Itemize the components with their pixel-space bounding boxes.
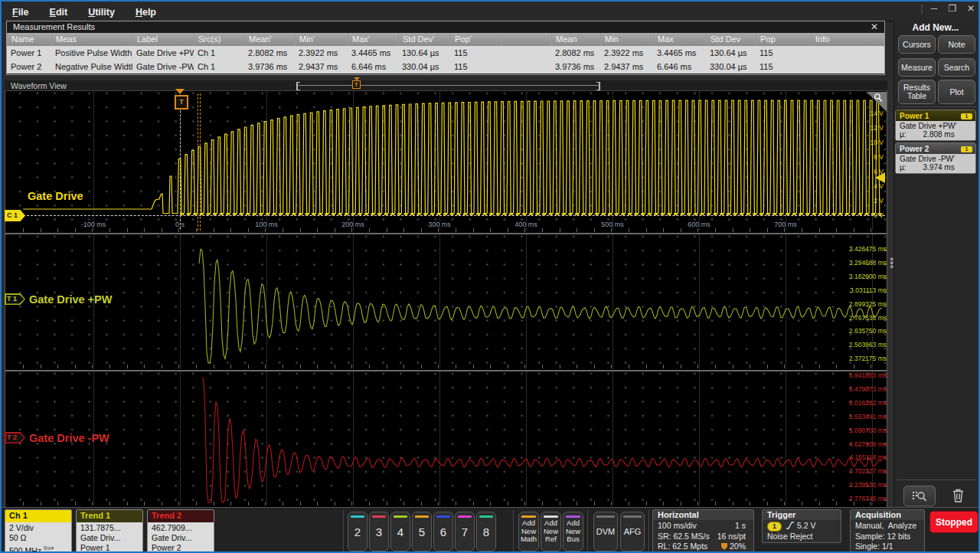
trigger-level-arrow[interactable] [875,172,885,183]
table-cell[interactable]: Ch 1 [194,46,244,60]
table-cell[interactable]: 330.04 µs [706,60,756,74]
measurement-badge-name: Power 2 [900,145,929,153]
table-cell[interactable]: 6.646 ms [653,60,706,74]
trend-badge-body: 131.7875...Gate Driv...Power 1 [77,522,142,553]
table-cell[interactable] [501,60,551,74]
table-cell[interactable]: Gate Drive +PW [132,46,194,60]
table-cell[interactable]: 115 [450,46,501,60]
table-cell[interactable]: 115 [756,60,811,74]
minimize-icon[interactable]: ─ [926,3,942,14]
delete-button[interactable] [949,485,966,506]
trend1-badge[interactable]: Trend 1131.7875...Gate Driv...Power 1 [76,509,143,553]
table-cell[interactable]: Gate Drive -PW [132,60,194,74]
channel-3-button[interactable]: 3 [369,512,389,551]
ch1-badge[interactable]: Ch 12 V/div50 Ω500 MHzBw▾ [5,509,72,553]
channel-8-button[interactable]: 8 [476,512,496,551]
add-new-ref-button[interactable]: Add New Ref [541,512,561,551]
ch1-setting-row: 50 Ω [9,533,71,543]
add-new-measure-button[interactable]: Measure [898,58,936,77]
table-cell[interactable]: 2.3922 ms [295,46,348,60]
table-cell[interactable]: 2.8082 ms [551,46,600,60]
menu-help[interactable]: Help [136,7,156,18]
overview-trigger-icon[interactable]: T [352,80,361,89]
channel-number: 2 [354,525,361,538]
channel-7-button[interactable]: 7 [455,512,475,551]
table-cell[interactable]: 3.4465 ms [348,46,398,60]
channel-color-stripe [394,515,407,518]
table-cell[interactable]: 115 [756,46,811,60]
close-icon[interactable]: ✕ [963,3,978,14]
channel-5-button[interactable]: 5 [412,512,432,551]
table-cell[interactable]: 115 [450,60,501,74]
add-new-search-button[interactable]: Search [938,58,975,77]
table-cell[interactable] [811,46,884,60]
horizontal-record-length: RL: 62.5 Mpts [658,542,707,552]
overview-left-bracket[interactable] [296,82,300,90]
add-button-stripe [521,515,536,518]
add-new-note-button[interactable]: Note [938,35,975,54]
trigger-flag-icon[interactable]: T [175,95,188,110]
table-cell[interactable]: 130.64 µs [706,46,756,60]
measurement-badge-2[interactable]: Power 21Gate Drive -PW'µ:3.974 ms [895,142,976,174]
zoom-reset-icon [912,490,927,502]
channel-6-button[interactable]: 6 [433,512,453,551]
table-cell[interactable]: Ch 1 [194,60,244,74]
trigger-panel[interactable]: Trigger 1 5.2 V Noise Reject [762,509,841,543]
table-cell[interactable]: Power 1 [7,46,51,60]
dvm-button[interactable]: DVM [593,512,618,551]
overview-right-bracket[interactable] [596,82,600,90]
column-header: Std Dev [706,33,756,46]
afg-button[interactable]: AFG [620,512,645,551]
horizontal-overview-bar[interactable] [296,85,599,86]
measurement-badge-1[interactable]: Power 11Gate Drive +PW'µ:2.808 ms [895,110,976,141]
menu-edit[interactable]: Edit [50,7,68,18]
trend2-badge[interactable]: Trend 2462.7909...Gate Driv...Power 2 [147,509,214,553]
table-cell[interactable] [811,60,884,74]
acquisition-panel[interactable]: Acquisition Manual,Analyze Sample: 12 bi… [850,509,925,552]
menu-file[interactable]: File [12,7,29,18]
add-new-bus-button[interactable]: Add New Bus [563,512,583,551]
table-cell[interactable]: 2.3922 ms [600,46,653,60]
channel-4-button[interactable]: 4 [390,512,410,551]
table-cell[interactable] [501,46,551,60]
acquisition-title: Acquisition [851,510,924,520]
zoom-reset-button[interactable] [903,486,936,506]
trend-setting-row: Power 2 [152,543,214,553]
add-new-results-table-button[interactable]: Results Table [898,80,936,104]
channel-number: 6 [440,525,446,538]
add-new-math-button[interactable]: Add New Math [518,512,539,551]
table-cell[interactable]: 2.9437 ms [295,60,348,74]
measurement-badge-header[interactable]: Power 21 [896,143,975,154]
horizontal-panel[interactable]: Horizontal 100 ms/div1 s SR: 62.5 MS/s16… [652,509,754,552]
table-cell[interactable]: 3.4465 ms [653,46,706,60]
panel-splitter[interactable] [887,80,893,507]
table-cell[interactable]: 6.646 ms [348,60,398,74]
add-button-label: Add New Ref [542,519,560,544]
menu-utility[interactable]: Utility [88,7,115,18]
column-header: Max [653,33,706,46]
channel-2-button[interactable]: 2 [348,512,368,551]
table-cell[interactable]: 130.64 µs [398,46,450,60]
add-new-plot-button[interactable]: Plot [938,80,975,104]
restore-icon[interactable]: ❐ [945,3,960,14]
table-cell[interactable]: 3.9736 ms [244,60,295,74]
column-header: Name [7,33,51,46]
measurement-results-panel: Measurement Results ✕ NameMeasLabelSrc(s… [6,21,885,75]
table-cell[interactable]: Negative Pulse Width [51,60,132,74]
add-new-cursors-button[interactable]: Cursors [898,35,936,54]
stopped-status-button[interactable]: Stopped [929,511,978,533]
measurement-badge-header[interactable]: Power 11 [896,110,975,121]
table-cell[interactable]: 3.9736 ms [551,60,600,74]
table-cell[interactable]: 2.8082 ms [244,46,295,60]
mean-value: 2.808 ms [923,130,955,139]
measurement-panel-close-icon[interactable]: ✕ [871,21,878,32]
table-cell[interactable]: 330.04 µs [398,60,450,74]
waveform-view-header[interactable] [5,80,887,91]
mu-symbol: µ: [900,163,906,172]
table-cell[interactable]: Power 2 [7,60,51,74]
column-header: Pop [756,33,811,46]
table-cell[interactable]: Positive Pulse Width [51,46,132,60]
column-header [501,33,551,46]
table-cell[interactable]: 2.9437 ms [600,60,653,74]
trend-badge-header: Trend 1 [77,510,142,522]
